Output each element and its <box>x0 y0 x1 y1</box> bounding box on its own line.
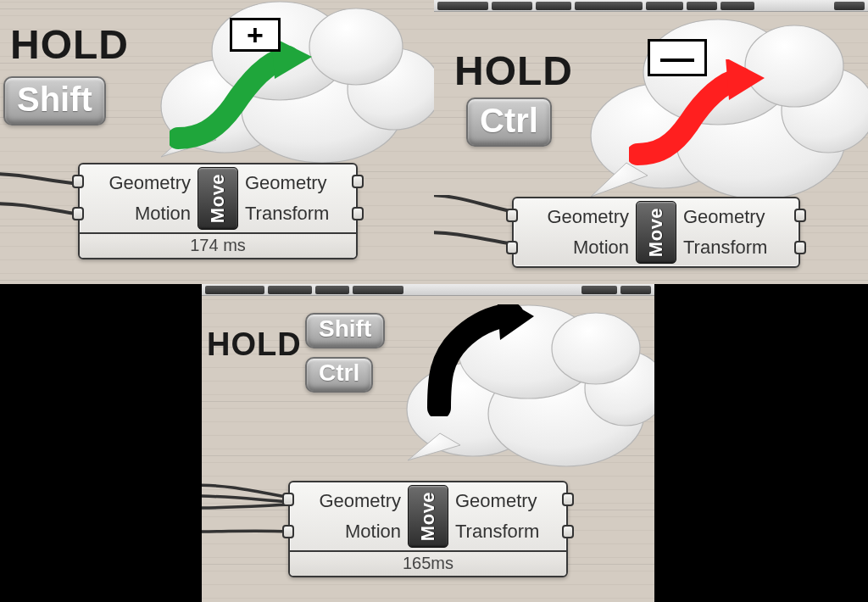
output-port-transform[interactable] <box>562 525 574 538</box>
input-port-geometry[interactable] <box>282 493 294 506</box>
input-label-motion: Motion <box>135 204 191 223</box>
input-label-motion: Motion <box>345 522 401 541</box>
key-ctrl: Ctrl <box>305 357 373 393</box>
minus-badge: — <box>648 39 707 76</box>
hold-title: HOLD <box>454 47 573 94</box>
profiler-timing: 174 ms <box>80 232 356 258</box>
input-label-geometry: Geometry <box>108 174 191 192</box>
wires <box>202 481 295 566</box>
input-label-geometry: Geometry <box>547 208 629 226</box>
input-port-geometry[interactable] <box>72 175 84 188</box>
move-component[interactable]: Geometry Motion Move Geometry Transform … <box>288 481 568 577</box>
key-shift: Shift <box>3 76 106 125</box>
curved-arrow-icon <box>424 304 534 416</box>
curved-arrow-icon <box>170 38 314 153</box>
plus-badge: + <box>230 18 281 52</box>
hold-title: HOLD <box>10 21 129 68</box>
output-label-geometry: Geometry <box>455 492 537 510</box>
svg-marker-13 <box>726 59 765 100</box>
component-name: Move <box>207 174 229 223</box>
key-shift: Shift <box>305 313 385 348</box>
output-port-geometry[interactable] <box>562 493 574 506</box>
move-component[interactable]: Geometry Motion Move Geometry Transform <box>512 197 800 268</box>
output-label-transform: Transform <box>455 522 539 541</box>
input-port-motion[interactable] <box>506 241 518 254</box>
output-port-transform[interactable] <box>352 207 364 220</box>
profiler-timing: 165ms <box>290 550 566 576</box>
input-label-motion: Motion <box>573 238 629 257</box>
component-name: Move <box>645 208 667 257</box>
output-port-geometry[interactable] <box>352 175 364 188</box>
input-port-motion[interactable] <box>72 207 84 220</box>
input-port-geometry[interactable] <box>506 209 518 222</box>
move-component[interactable]: Geometry Motion Move Geometry Transform … <box>78 163 358 259</box>
hold-title: HOLD <box>207 326 302 363</box>
minus-icon: — <box>660 39 694 77</box>
svg-point-18 <box>552 313 640 384</box>
output-port-geometry[interactable] <box>794 209 806 222</box>
component-name-grip[interactable]: Move <box>636 201 676 264</box>
input-label-geometry: Geometry <box>319 492 401 510</box>
output-label-geometry: Geometry <box>245 174 327 192</box>
key-ctrl: Ctrl <box>466 98 552 147</box>
svg-marker-20 <box>497 304 534 340</box>
plus-icon: + <box>247 19 264 52</box>
component-name-grip[interactable]: Move <box>198 167 238 230</box>
output-label-transform: Transform <box>683 238 767 257</box>
panel-top-right: HOLD Ctrl <box>434 0 868 284</box>
svg-point-4 <box>309 8 403 85</box>
output-label-geometry: Geometry <box>683 208 765 226</box>
component-name-grip[interactable]: Move <box>408 485 448 548</box>
panel-top-left: HOLD Shift <box>0 0 434 284</box>
output-port-transform[interactable] <box>794 241 806 254</box>
input-port-motion[interactable] <box>282 525 294 538</box>
component-name: Move <box>417 492 439 541</box>
wires <box>434 195 519 280</box>
output-label-transform: Transform <box>245 204 329 223</box>
panel-bottom: HOLD Shift Ctrl <box>202 284 654 602</box>
